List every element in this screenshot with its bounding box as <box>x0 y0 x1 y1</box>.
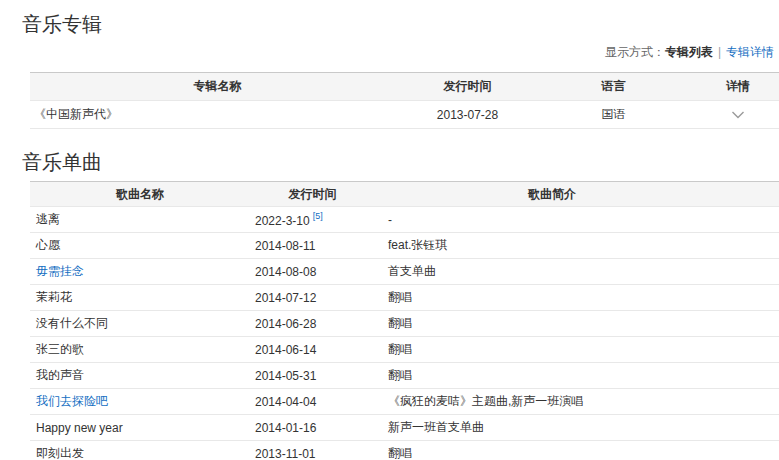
song-desc-cell: 新声一班首支单曲 <box>375 415 779 441</box>
albums-table: 专辑名称 发行时间 语言 详情 《中国新声代》 2013-07-28 国语 <box>30 72 779 129</box>
release-date-text: 2014-08-11 <box>255 239 316 253</box>
song-name-cell: 即刻出发 <box>30 441 250 460</box>
song-name-cell: 心愿 <box>30 233 250 259</box>
release-date-text: 2014-06-28 <box>255 317 316 331</box>
song-link[interactable]: 我们去探险吧 <box>36 394 108 408</box>
language-header: 语言 <box>530 73 697 101</box>
section-title-albums: 音乐专辑 <box>0 0 779 36</box>
release-date-text: 2014-07-12 <box>255 291 316 305</box>
song-release-date-cell: 2014-05-31 <box>250 363 375 389</box>
details-header: 详情 <box>697 73 779 101</box>
song-link[interactable]: 毋需挂念 <box>36 264 84 278</box>
display-mode-option-album-list[interactable]: 专辑列表 <box>665 45 713 59</box>
release-date-text: 2022-3-10 <box>255 214 310 228</box>
release-date-text: 2014-05-31 <box>255 369 316 383</box>
page: 音乐专辑 显示方式：专辑列表|专辑详情 专辑名称 发行时间 语言 详情 《中国新… <box>0 0 779 460</box>
song-release-date-cell: 2014-08-08 <box>250 259 375 285</box>
song-name-cell: 茉莉花 <box>30 285 250 311</box>
song-release-date-cell: 2013-11-01 <box>250 441 375 460</box>
song-name-cell: Happy new year <box>30 415 250 441</box>
display-mode-option-album-detail[interactable]: 专辑详情 <box>726 45 774 59</box>
display-mode-separator: | <box>718 45 721 59</box>
singles-table: 歌曲名称 发行时间 歌曲简介 逃离2022-3-10[5]-心愿2014-08-… <box>30 181 779 460</box>
table-row: 我们去探险吧2014-04-04《疯狂的麦咭》主题曲,新声一班演唱 <box>30 389 779 415</box>
album-release-date-cell: 2013-07-28 <box>405 101 530 129</box>
song-desc-cell: feat.张钰琪 <box>375 233 779 259</box>
table-row: 我的声音2014-05-31翻唱 <box>30 363 779 389</box>
song-name-cell: 我的声音 <box>30 363 250 389</box>
singles-table-body: 逃离2022-3-10[5]-心愿2014-08-11feat.张钰琪毋需挂念2… <box>30 207 779 460</box>
reference-link[interactable]: [5] <box>313 211 323 221</box>
table-row: Happy new year2014-01-16新声一班首支单曲 <box>30 415 779 441</box>
table-row: 心愿2014-08-11feat.张钰琪 <box>30 233 779 259</box>
release-date-text: 2013-11-01 <box>255 447 316 460</box>
release-date-header: 发行时间 <box>250 182 375 207</box>
release-date-text: 2014-04-04 <box>255 395 316 409</box>
display-mode-bar: 显示方式：专辑列表|专辑详情 <box>0 36 779 72</box>
table-row: 毋需挂念2014-08-08首支单曲 <box>30 259 779 285</box>
section-title-singles: 音乐单曲 <box>0 129 779 174</box>
albums-table-header-row: 专辑名称 发行时间 语言 详情 <box>30 73 779 101</box>
song-name-header: 歌曲名称 <box>30 182 250 207</box>
song-desc-cell: 翻唱 <box>375 285 779 311</box>
album-name-cell: 《中国新声代》 <box>30 101 405 129</box>
song-release-date-cell: 2014-07-12 <box>250 285 375 311</box>
singles-table-header-row: 歌曲名称 发行时间 歌曲简介 <box>30 182 779 207</box>
album-name-header: 专辑名称 <box>30 73 405 101</box>
release-date-header: 发行时间 <box>405 73 530 101</box>
song-desc-cell: 《疯狂的麦咭》主题曲,新声一班演唱 <box>375 389 779 415</box>
song-desc-cell: 翻唱 <box>375 363 779 389</box>
release-date-text: 2014-08-08 <box>255 265 316 279</box>
table-row: 没有什么不同2014-06-28翻唱 <box>30 311 779 337</box>
song-release-date-cell: 2022-3-10[5] <box>250 207 375 233</box>
song-release-date-cell: 2014-01-16 <box>250 415 375 441</box>
song-name-cell: 我们去探险吧 <box>30 389 250 415</box>
table-row: 茉莉花2014-07-12翻唱 <box>30 285 779 311</box>
table-row: 逃离2022-3-10[5]- <box>30 207 779 233</box>
song-release-date-cell: 2014-04-04 <box>250 389 375 415</box>
song-desc-cell: 翻唱 <box>375 337 779 363</box>
song-name-cell: 没有什么不同 <box>30 311 250 337</box>
song-desc-cell: 翻唱 <box>375 441 779 460</box>
song-name-cell: 毋需挂念 <box>30 259 250 285</box>
song-release-date-cell: 2014-06-14 <box>250 337 375 363</box>
song-desc-cell: 翻唱 <box>375 311 779 337</box>
song-desc-cell: - <box>375 207 779 233</box>
table-row: 即刻出发2013-11-01翻唱 <box>30 441 779 460</box>
display-mode-label: 显示方式： <box>605 45 665 59</box>
release-date-text: 2014-01-16 <box>255 421 316 435</box>
song-name-cell: 张三的歌 <box>30 337 250 363</box>
song-release-date-cell: 2014-06-28 <box>250 311 375 337</box>
song-desc-header: 歌曲简介 <box>375 182 779 207</box>
song-name-cell: 逃离 <box>30 207 250 233</box>
album-details-cell <box>697 101 779 129</box>
song-desc-cell: 首支单曲 <box>375 259 779 285</box>
table-row: 张三的歌2014-06-14翻唱 <box>30 337 779 363</box>
album-language-cell: 国语 <box>530 101 697 129</box>
song-release-date-cell: 2014-08-11 <box>250 233 375 259</box>
table-row: 《中国新声代》 2013-07-28 国语 <box>30 101 779 129</box>
chevron-down-icon[interactable] <box>731 111 745 119</box>
release-date-text: 2014-06-14 <box>255 343 316 357</box>
